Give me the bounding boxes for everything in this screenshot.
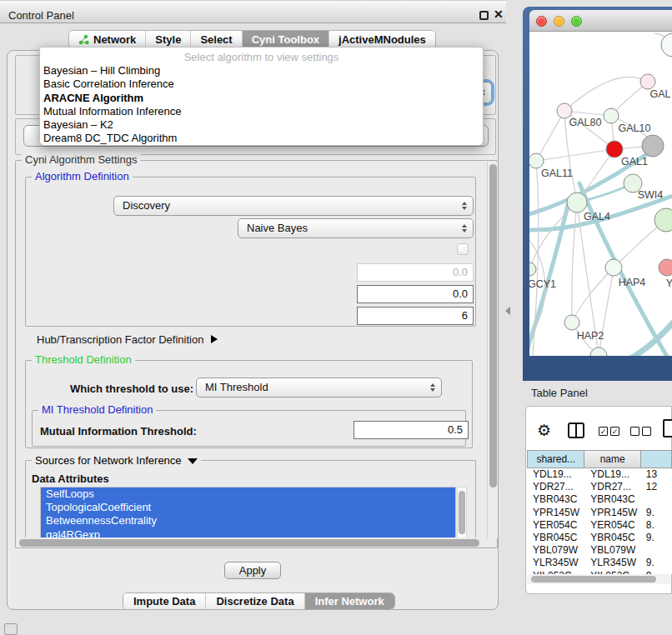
dpi-tolerance-field[interactable]: 0.0 (357, 285, 474, 303)
attributes-scrollbar[interactable] (457, 487, 467, 540)
table-cell[interactable]: 9. (641, 557, 672, 569)
table-row[interactable]: YLR345WYLR345W9. (527, 557, 672, 569)
network-node[interactable] (661, 33, 672, 57)
gear-icon[interactable]: ⚙ (537, 421, 551, 440)
network-window-titlebar[interactable] (529, 10, 672, 32)
deselect-all-icon[interactable] (642, 427, 651, 436)
table-row[interactable]: YDR27...YDR27...12 (527, 481, 672, 493)
column-header-name[interactable]: name (584, 450, 641, 468)
scrollbar-thumb[interactable] (531, 576, 656, 582)
aracne-mode-combobox[interactable]: Discovery (113, 196, 474, 216)
network-node[interactable] (659, 259, 672, 276)
select-all-checked-icon[interactable]: ✓ (610, 427, 619, 436)
tab-infer-network[interactable]: Infer Network (305, 593, 394, 609)
table-cell[interactable] (641, 493, 672, 506)
algorithm-option[interactable]: ARACNE Algorithm (40, 92, 483, 105)
table-row[interactable]: YBL079WYBL079W (527, 544, 672, 557)
network-node[interactable] (529, 262, 536, 276)
network-node[interactable] (654, 208, 672, 232)
table-row[interactable]: YPR145WYPR145W9. (527, 507, 672, 519)
table-cell[interactable]: 9. (641, 507, 672, 519)
column-header-shared-name[interactable]: shared... (527, 450, 584, 468)
hub-definition-toggle[interactable]: Hub/Transcription Factor Definition (37, 333, 218, 346)
attribute-list-item[interactable]: SelfLoops (41, 488, 455, 501)
table-cell[interactable]: 9. (641, 532, 672, 544)
network-node[interactable] (604, 108, 619, 123)
zoom-traffic-light-icon[interactable] (571, 16, 582, 27)
network-edge[interactable] (536, 149, 614, 161)
attribute-list-item[interactable]: BetweennessCentrality (41, 514, 455, 528)
table-cell[interactable]: YLR345W (527, 557, 584, 569)
kernel-width-field[interactable]: 0.0 (357, 263, 474, 282)
select-all-checked-icon[interactable]: ✓ (599, 427, 608, 436)
table-cell[interactable]: YBR043C (527, 493, 584, 506)
network-edge[interactable] (536, 111, 564, 161)
table-cell[interactable]: YDL19... (527, 468, 584, 481)
manual-kernel-checkbox[interactable] (457, 243, 469, 255)
sources-toggle[interactable]: Sources for Network Inference (32, 455, 201, 467)
network-node[interactable] (642, 135, 664, 157)
settings-horizontal-scrollbar[interactable] (18, 538, 485, 548)
table-horizontal-scrollbar[interactable] (527, 574, 670, 584)
which-threshold-combobox[interactable]: MI Threshold (196, 378, 442, 398)
close-traffic-light-icon[interactable] (536, 16, 547, 27)
document-icon[interactable] (663, 419, 672, 438)
table-cell[interactable]: YBL079W (584, 544, 641, 557)
tab-jactivemnodules[interactable]: jActiveMNodules (329, 31, 435, 48)
table-cell[interactable]: YBL079W (527, 544, 584, 557)
algorithm-option[interactable]: Dream8 DC_TDC Algorithm (40, 132, 483, 145)
tab-style[interactable]: Style (146, 31, 191, 48)
network-edge[interactable] (572, 202, 577, 322)
network-node[interactable] (640, 74, 655, 89)
table-cell[interactable]: YER054C (584, 519, 641, 532)
table-cell[interactable]: YBR043C (584, 493, 641, 506)
minimize-traffic-light-icon[interactable] (554, 16, 564, 27)
table-cell[interactable]: YDR27... (527, 481, 584, 493)
table-row[interactable]: YER054CYER054C8. (527, 519, 672, 532)
data-attributes-list[interactable]: SelfLoopsTopologicalCoefficientBetweenne… (40, 487, 456, 540)
column-header-clipped[interactable] (641, 450, 672, 468)
collapsed-panel-button[interactable] (4, 623, 18, 635)
scrollbar-thumb[interactable] (19, 539, 479, 547)
table-cell[interactable]: YDL19... (584, 468, 641, 481)
tab-network[interactable]: Network (69, 31, 146, 48)
table-row[interactable]: YBR043CYBR043C (527, 493, 672, 506)
network-node[interactable] (567, 192, 587, 212)
attribute-list-item[interactable]: TopologicalCoefficient (41, 501, 455, 514)
settings-vertical-scrollbar[interactable] (487, 162, 498, 538)
network-edge[interactable] (564, 77, 648, 111)
apply-button[interactable]: Apply (224, 562, 281, 579)
table-row[interactable]: YBR045CYBR045C9. (527, 532, 672, 544)
table-cell[interactable]: YPR145W (584, 507, 641, 519)
table-cell[interactable]: YPR145W (527, 507, 584, 519)
mi-type-combobox[interactable]: Naive Bayes (238, 218, 474, 238)
scrollbar-thumb[interactable] (489, 164, 497, 488)
network-node[interactable] (590, 348, 607, 356)
tab-impute-data[interactable]: Impute Data (123, 593, 206, 609)
tab-cyni-toolbox[interactable]: Cyni Toolbox (243, 31, 329, 48)
mi-threshold-field[interactable]: 0.5 (354, 421, 469, 439)
table-cell[interactable]: YLR345W (584, 557, 641, 569)
table-cell[interactable]: YBR045C (527, 532, 584, 544)
network-canvas[interactable]: GALGAL80GAL10GAL1GAL11SWI4GAL4GCY1HAP4YH… (529, 32, 672, 356)
network-node[interactable] (564, 315, 579, 330)
table-cell[interactable]: YDR27... (584, 481, 641, 493)
scrollbar-thumb[interactable] (459, 491, 465, 534)
mi-steps-field[interactable]: 6 (357, 307, 474, 325)
deselect-all-icon[interactable] (630, 427, 639, 436)
table-cell[interactable]: 12 (641, 481, 672, 493)
tab-discretize-data[interactable]: Discretize Data (206, 593, 304, 609)
table-cell[interactable] (641, 544, 672, 557)
panel-splitter-handle[interactable] (505, 307, 510, 315)
algorithm-option[interactable]: Basic Correlation Inference (40, 78, 483, 91)
table-cell[interactable]: YBR045C (584, 532, 641, 544)
close-icon[interactable]: ✕ (494, 8, 504, 21)
network-node[interactable] (606, 141, 623, 158)
algorithm-option[interactable]: Bayesian – K2 (40, 118, 483, 132)
table-cell[interactable]: 8. (641, 519, 672, 532)
tab-select[interactable]: Select (191, 31, 242, 48)
split-columns-icon[interactable] (568, 422, 584, 438)
table-row[interactable]: YDL19...YDL19...13 (527, 468, 672, 481)
table-cell[interactable]: 13 (641, 468, 672, 481)
float-window-icon[interactable] (479, 11, 489, 20)
